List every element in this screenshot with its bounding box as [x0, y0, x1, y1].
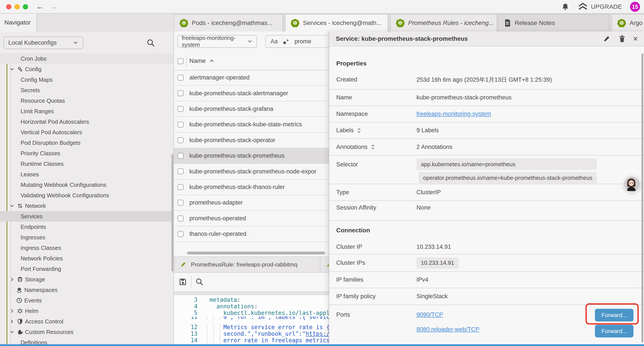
table-row[interactable]: kube-prometheus-stack-thanos-ruler: [174, 180, 329, 195]
sidebar-group-custom-resources[interactable]: Custom Resources: [0, 327, 174, 337]
window-zoom-button[interactable]: [23, 4, 28, 9]
name-column-header[interactable]: Name: [190, 57, 214, 64]
namespace-select[interactable]: freeleaps-monitoring-system: [177, 35, 257, 48]
row-checkbox[interactable]: [178, 90, 184, 96]
notification-count-badge[interactable]: 15: [630, 2, 640, 12]
sidebar-item-namespaces[interactable]: Namespaces: [0, 285, 174, 295]
details-scrollbar[interactable]: [641, 53, 643, 343]
kubeconfig-select-value: Local Kubeconfigs: [8, 39, 73, 46]
sidebar-item-services[interactable]: Services: [0, 211, 174, 222]
table-row[interactable]: alertmanager-operated: [174, 70, 329, 86]
close-icon[interactable]: ×: [633, 34, 638, 43]
sidebar-item-vertical-pod-autoscalers[interactable]: Vertical Pod Autoscalers: [0, 127, 174, 137]
sidebar-item-port-forwarding[interactable]: Port Forwarding: [0, 264, 174, 274]
labels-count[interactable]: 9 Labels: [416, 127, 439, 134]
table-row-selected[interactable]: kube-prometheus-stack-prometheus: [174, 148, 329, 164]
table-row[interactable]: thanos-ruler-operated: [174, 226, 329, 242]
sidebar-item-ingress-classes[interactable]: Ingress Classes: [0, 243, 174, 253]
document-icon: [504, 19, 511, 27]
ip-family-policy-row: IP family policy SingleStack: [329, 288, 644, 305]
namespace-link[interactable]: freeleaps-monitoring-system: [416, 111, 491, 117]
row-checkbox[interactable]: [178, 153, 184, 159]
row-checkbox[interactable]: [178, 75, 184, 81]
tab-release-notes[interactable]: Release Notes: [498, 14, 609, 31]
tab-prometheus-rules[interactable]: ☸ Prometheus Rules - icecheng...: [390, 14, 497, 31]
delete-trash-icon[interactable]: [618, 35, 626, 43]
sidebar-group-storage[interactable]: Storage: [0, 274, 174, 285]
editor-tab-clipped[interactable]: [320, 257, 329, 273]
annotations-count[interactable]: 2 Annotations: [416, 144, 452, 150]
row-checkbox[interactable]: [178, 184, 184, 190]
sidebar-item-validating-webhook-configurations[interactable]: Validating Webhook Configurations: [0, 190, 174, 201]
sidebar-item-resource-quotas[interactable]: Resource Quotas: [0, 95, 174, 106]
window-minimize-button[interactable]: [14, 4, 20, 9]
sidebar-group-helm[interactable]: Helm: [0, 306, 174, 316]
sidebar-item-priority-classes[interactable]: Priority Classes: [0, 148, 174, 159]
sidebar-group-access-control[interactable]: Access Control: [0, 316, 174, 327]
sidebar-item-secrets[interactable]: Secrets: [0, 85, 174, 95]
row-checkbox[interactable]: [178, 122, 184, 127]
sidebar-item-runtime-classes[interactable]: Runtime Classes: [0, 159, 174, 169]
edit-pencil-icon[interactable]: [603, 35, 611, 42]
sidebar-search-icon[interactable]: [146, 38, 155, 47]
annotations-row: Annotations 2 Annotations: [329, 139, 644, 155]
table-row[interactable]: kube-prometheus-stack-alertmanager: [174, 86, 329, 101]
table-row[interactable]: kube-prometheus-stack-prometheus-node-ex…: [174, 164, 329, 179]
sidebar-item-ingresses[interactable]: Ingresses: [0, 232, 174, 243]
expand-updown-icon[interactable]: [370, 144, 376, 150]
forward-port-button[interactable]: Forward...: [595, 325, 634, 338]
editor-tab-prometheusrule[interactable]: PrometheusRule: freeleaps-prod-rabbitmq: [174, 257, 319, 273]
sidebar-group-network[interactable]: Network: [0, 201, 174, 211]
notifications-bell-icon[interactable]: [561, 3, 570, 11]
sidebar-item-cron-jobs[interactable]: Cron Jobs: [0, 53, 174, 64]
sidebar-item-endpoints[interactable]: Endpoints: [0, 222, 174, 232]
save-icon[interactable]: [179, 278, 187, 286]
horizontal-scrollbar[interactable]: [187, 252, 325, 255]
table-row[interactable]: kube-prometheus-stack-operator: [174, 133, 329, 148]
sidebar-scrollbar[interactable]: [172, 154, 174, 271]
sidebar-item-config-maps[interactable]: Config Maps: [0, 74, 174, 85]
navigator-panel-tab[interactable]: Navigator: [0, 13, 37, 31]
port-link[interactable]: 8080:reloader-web/TCP: [416, 326, 480, 333]
network-arrows-icon: [17, 203, 23, 209]
regex-toggle[interactable]: *: [284, 38, 289, 45]
sidebar-item-mutating-webhook-configurations[interactable]: Mutating Webhook Configurations: [0, 180, 174, 190]
table-row[interactable]: prometheus-operated: [174, 211, 329, 226]
sidebar-item-events[interactable]: Events: [0, 295, 174, 306]
tab-argo[interactable]: ☸ Argo Se: [612, 14, 644, 31]
sidebar-item-leases[interactable]: Leases: [0, 169, 174, 180]
row-checkbox[interactable]: [178, 231, 184, 237]
expand-updown-icon[interactable]: [356, 127, 362, 134]
editor-toolbar: [174, 272, 329, 291]
sidebar-item-limit-ranges[interactable]: Limit Ranges: [0, 106, 174, 116]
table-row[interactable]: prometheus-adapter: [174, 195, 329, 211]
sidebar-group-config[interactable]: Config: [0, 64, 174, 74]
upgrade-label[interactable]: UPGRADE: [591, 3, 622, 10]
upgrade-icon[interactable]: [578, 2, 588, 11]
port-link[interactable]: 9090/TCP: [416, 311, 480, 318]
editor-search-icon[interactable]: [195, 278, 204, 286]
window-close-button[interactable]: [6, 4, 12, 9]
yaml-editor[interactable]: 3 metadata: 4 annotations: 5 kubectl.kub…: [174, 295, 329, 344]
sidebar-item-network-policies[interactable]: Network Policies: [0, 253, 174, 264]
row-checkbox[interactable]: [178, 168, 184, 174]
match-case-toggle[interactable]: Aa: [270, 38, 278, 45]
filter-search-input[interactable]: Aa * prome: [265, 35, 329, 48]
sidebar-item-pod-disruption-budgets[interactable]: Pod Disruption Budgets: [0, 137, 174, 148]
table-row[interactable]: kube-prometheus-stack-grafana: [174, 101, 329, 117]
back-button[interactable]: ←: [36, 1, 44, 12]
tab-pods[interactable]: ☸ Pods - icecheng@mathmas...: [174, 14, 283, 31]
row-checkbox[interactable]: [178, 216, 184, 221]
forward-button[interactable]: →: [50, 1, 58, 12]
tab-services[interactable]: ☸ Services - icecheng@math... ×: [285, 14, 388, 31]
kubeconfig-select[interactable]: Local Kubeconfigs: [4, 36, 83, 49]
sidebar-item-horizontal-pod-autoscalers[interactable]: Horizontal Pod Autoscalers: [0, 116, 174, 127]
row-checkbox[interactable]: [178, 106, 184, 112]
row-checkbox[interactable]: [178, 200, 184, 206]
select-all-checkbox[interactable]: [178, 58, 184, 64]
table-row[interactable]: kube-prometheus-stack-kube-state-metrics: [174, 117, 329, 132]
assistant-avatar[interactable]: [623, 175, 641, 193]
tab-close-icon[interactable]: ×: [387, 19, 388, 27]
annotation-highlight-rectangle: [586, 303, 639, 325]
row-checkbox[interactable]: [178, 137, 184, 143]
